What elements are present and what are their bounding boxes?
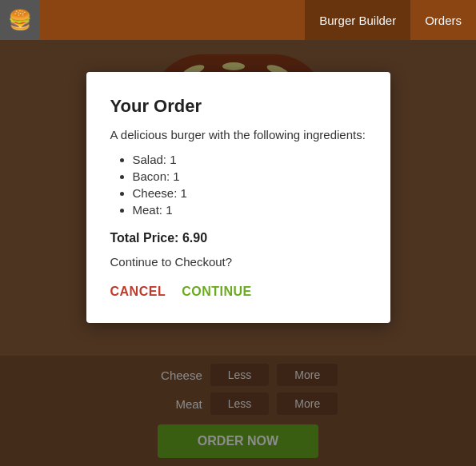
nav-links: Burger Builder Orders <box>305 0 476 40</box>
main-content: Cheese Less More Meat Less More ORDER NO… <box>0 40 476 466</box>
logo: 🍔 <box>0 0 40 40</box>
list-item: Salad: 1 <box>133 153 366 166</box>
checkout-question: Continue to Checkout? <box>110 255 366 269</box>
modal-overlay: Your Order A delicious burger with the f… <box>0 40 476 466</box>
header: 🍔 Burger Builder Orders <box>0 0 476 40</box>
continue-button[interactable]: CONTINUE <box>182 285 252 299</box>
modal-title: Your Order <box>110 96 366 117</box>
list-item: Cheese: 1 <box>133 186 366 200</box>
total-price: Total Price: 6.90 <box>110 231 366 245</box>
cancel-button[interactable]: CANCEL <box>110 285 166 299</box>
logo-icon: 🍔 <box>8 9 32 31</box>
modal-subtitle: A delicious burger with the following in… <box>110 128 366 141</box>
modal-actions: CANCEL CONTINUE <box>110 285 366 299</box>
ingredients-list: Salad: 1 Bacon: 1 Cheese: 1 Meat: 1 <box>110 153 366 217</box>
nav-orders[interactable]: Orders <box>410 0 476 40</box>
list-item: Bacon: 1 <box>133 169 366 183</box>
nav-burger-builder[interactable]: Burger Builder <box>305 0 410 40</box>
list-item: Meat: 1 <box>133 203 366 217</box>
order-modal: Your Order A delicious burger with the f… <box>86 72 390 323</box>
